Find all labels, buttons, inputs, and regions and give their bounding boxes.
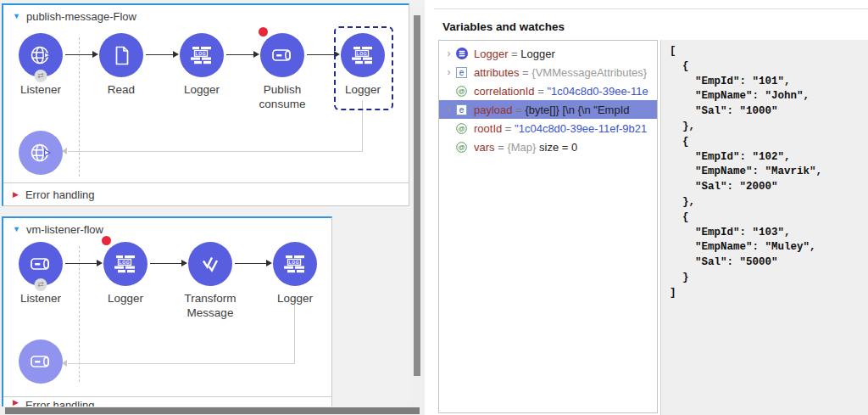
scrollbar-thumb[interactable] — [5, 407, 420, 414]
variable-text: vars = {Map} size = 0 — [474, 141, 577, 154]
variable-text: payload = {byte[]} [\n {\n "EmpId — [474, 104, 630, 116]
flow-container-vm-listener[interactable]: ▼ vm-listener-flow ⇄ListenerLOGLoggerTra… — [2, 216, 332, 411]
variable-text: rootId = "1c04c8d0-39ee-11ef-9b21 — [474, 122, 647, 135]
http-listener-icon — [19, 131, 63, 175]
node-label: Transform Message — [173, 291, 248, 320]
expand-chevron-icon[interactable]: › — [439, 48, 454, 59]
variables-panel: Variables and watches ›Logger = Logger›e… — [434, 0, 868, 415]
svg-text:LOG: LOG — [119, 260, 130, 265]
panel-top-divider — [434, 8, 868, 9]
node-label: Logger — [326, 82, 400, 97]
sync-badge-icon: ⇄ — [35, 278, 47, 291]
error-expand-icon[interactable]: ▶ — [13, 399, 19, 407]
e-square-icon: e — [456, 67, 470, 78]
flow-editor: ▼ publish-message-Flow ⇄ListenerReadLOGL… — [0, 0, 425, 415]
nodes-row: ⇄ListenerReadLOGLoggerPublish consumeLOG… — [19, 33, 385, 77]
node-label: Read — [84, 82, 159, 97]
scrollbar-thumb[interactable] — [414, 15, 420, 376]
error-handling-bar[interactable]: ▶ Error handling — [3, 182, 409, 205]
logger-circle-icon — [456, 48, 470, 59]
variable-text: correlationId = "1c04c8d0-39ee-11e — [474, 85, 648, 98]
tree-row-logger[interactable]: ›Logger = Logger — [439, 44, 657, 63]
nodes-row: ⇄ListenerLOGLoggerTransform MessageLOGLo… — [19, 242, 317, 286]
flow-arrow-icon — [232, 242, 273, 286]
tree-row-vars[interactable]: @vars = {Map} size = 0 — [439, 137, 657, 156]
tree-row-payload[interactable]: ›epayload = {byte[]} [\n {\n "EmpId — [439, 100, 657, 119]
flow-node-publish-consume[interactable]: Publish consume — [260, 33, 304, 77]
tree-row-attributes[interactable]: ›eattributes = {VMMessageAttributes} — [439, 63, 657, 81]
logger-icon: LOG — [273, 242, 317, 286]
payload-json: [ { "EmpId": "101", "EmpName": "John", "… — [661, 40, 868, 301]
selection-outline — [334, 26, 393, 110]
a-circle-icon: @ — [456, 86, 470, 97]
breakpoint-dot[interactable] — [102, 236, 111, 245]
a-circle-icon: @ — [456, 123, 470, 134]
svg-text:LOG: LOG — [195, 51, 206, 56]
response-node[interactable] — [19, 131, 63, 175]
flow-node-logger[interactable]: LOGLogger — [273, 242, 317, 286]
flow-node-listener[interactable]: ⇄Listener — [19, 33, 63, 77]
flow-header[interactable]: ▼ publish-message-Flow — [3, 5, 409, 23]
node-label: Logger — [164, 82, 239, 97]
flow-title: vm-listener-flow — [26, 223, 103, 236]
payload-preview-pane[interactable]: [ { "EmpId": "101", "EmpName": "John", "… — [660, 40, 868, 415]
flow-arrow-icon — [224, 33, 260, 77]
node-label: Listener — [3, 82, 78, 97]
flow-node-logger[interactable]: LOGLogger — [103, 242, 147, 286]
tree-row-correlationId[interactable]: @correlationId = "1c04c8d0-39ee-11e — [439, 81, 657, 100]
node-label: Logger — [258, 291, 332, 306]
node-label: Logger — [88, 291, 163, 306]
error-handling-label: Error handling — [25, 188, 95, 201]
sync-badge-icon: ⇄ — [35, 70, 47, 82]
flow-node-listener[interactable]: ⇄Listener — [19, 242, 63, 286]
svg-text:@: @ — [458, 143, 465, 151]
expand-chevron-icon[interactable]: › — [439, 104, 454, 115]
flow-node-logger[interactable]: LOGLogger — [341, 33, 385, 77]
error-expand-icon[interactable]: ▶ — [13, 191, 19, 199]
response-node[interactable] — [19, 339, 63, 384]
variables-title: Variables and watches — [442, 20, 565, 33]
node-label: Publish consume — [245, 82, 320, 111]
logger-icon: LOG — [103, 242, 147, 286]
a-circle-icon: @ — [456, 142, 470, 153]
transform-icon — [188, 242, 232, 286]
svg-text:@: @ — [458, 125, 465, 132]
logger-icon: LOG — [180, 33, 224, 77]
e-square-icon: e — [456, 104, 470, 115]
svg-text:e: e — [459, 105, 465, 115]
svg-text:LOG: LOG — [288, 260, 299, 265]
flow-node-transform-message[interactable]: Transform Message — [188, 242, 232, 286]
tree-row-rootId[interactable]: @rootId = "1c04c8d0-39ee-11ef-9b21 — [439, 119, 657, 137]
return-connector-horizontal — [68, 363, 295, 364]
flow-header[interactable]: ▼ vm-listener-flow — [3, 218, 331, 236]
node-label: Listener — [3, 291, 78, 306]
collapse-triangle-icon[interactable]: ▼ — [13, 13, 20, 20]
variables-tree[interactable]: ›Logger = Logger›eattributes = {VMMessag… — [438, 40, 658, 413]
return-connector-vertical — [294, 305, 295, 364]
svg-text:@: @ — [458, 87, 465, 95]
flow-arrow-icon — [63, 242, 103, 286]
read-icon — [99, 33, 143, 77]
variable-text: attributes = {VMMessageAttributes} — [474, 66, 647, 79]
flow-node-logger[interactable]: LOGLogger — [180, 33, 224, 77]
return-connector-horizontal — [68, 151, 363, 152]
expand-chevron-icon[interactable]: › — [439, 66, 454, 78]
svg-text:e: e — [459, 68, 465, 77]
variable-text: Logger = Logger — [474, 48, 555, 60]
vertical-scrollbar[interactable] — [410, 8, 424, 415]
flow-container-publish-message[interactable]: ▼ publish-message-Flow ⇄ListenerReadLOGL… — [2, 3, 409, 206]
vm-icon — [260, 33, 304, 77]
horizontal-scrollbar[interactable] — [0, 407, 425, 415]
collapse-triangle-icon[interactable]: ▼ — [13, 226, 20, 233]
flow-arrow-icon — [147, 242, 188, 286]
flow-title: publish-message-Flow — [26, 10, 136, 23]
breakpoint-dot[interactable] — [259, 27, 268, 36]
vm-icon — [19, 339, 63, 384]
flow-node-read[interactable]: Read — [99, 33, 143, 77]
flow-arrow-icon — [143, 33, 180, 77]
flow-arrow-icon — [63, 33, 99, 77]
